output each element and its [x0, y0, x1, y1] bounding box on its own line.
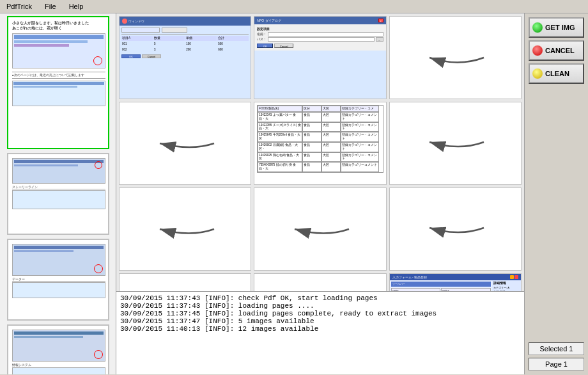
get-img-button[interactable]: GET IMG	[529, 17, 584, 38]
grid-cell-11[interactable]	[254, 273, 386, 291]
grid-cell-6[interactable]	[389, 102, 522, 185]
panel-spacer	[529, 86, 584, 340]
log-line-1: 30/09/2015 11:37:43 [INFO]: check Pdf OK…	[120, 294, 520, 302]
image-grid-container[interactable]: ウィンドウ 項目A 数量 単価	[116, 13, 524, 291]
thumbnail-sidebar: 小さな人が話をします。私は昨日いきました あこがれの地には、花が咲く ●次のペー…	[0, 13, 116, 374]
grid-cell-1[interactable]: ウィンドウ 項目A 数量 単価	[119, 16, 251, 99]
grid-cell-4[interactable]	[119, 102, 251, 185]
cancel-icon	[532, 45, 543, 56]
grid-cell-10[interactable]	[119, 273, 251, 291]
grid-cell-5[interactable]: FOOD(製品名) 区分 大区 登録カテゴリー・コメ 13422343 よつ葉バ…	[254, 102, 386, 185]
page-status: Page 1	[529, 358, 584, 371]
clean-button[interactable]: CLEAN	[529, 63, 584, 84]
menu-file[interactable]: File	[41, 1, 60, 12]
main-container: 小さな人が話をします。私は昨日いきました あこがれの地には、花が咲く ●次のペー…	[0, 13, 588, 374]
selected-status: Selected 1	[529, 342, 584, 355]
grid-cell-2[interactable]: NPO ダイアログ × 設定項目 名前： パス：	[254, 16, 386, 99]
content-area: ウィンドウ 項目A 数量 単価	[116, 13, 524, 374]
log-line-4: 30/09/2015 11:37:47 [INFO]: 5 images ava…	[120, 317, 520, 325]
right-panel: GET IMG CANCEL CLEAN Selected 1 Page 1	[524, 13, 588, 374]
log-line-2: 30/09/2015 11:37:43 [INFO]: loading page…	[120, 302, 520, 310]
cancel-label: CANCEL	[545, 47, 575, 54]
menu-bar: PdfTrick File Help	[0, 0, 588, 13]
grid-cell-8[interactable]	[254, 188, 386, 271]
thumbnail-4[interactable]: 情報システム	[7, 324, 109, 374]
menu-help[interactable]: Help	[65, 1, 88, 12]
image-grid: ウィンドウ 項目A 数量 単価	[119, 16, 522, 291]
thumbnail-1[interactable]: 小さな人が話をします。私は昨日いきました あこがれの地には、花が咲く ●次のペー…	[7, 16, 109, 149]
get-img-label: GET IMG	[545, 24, 575, 31]
clean-label: CLEAN	[545, 70, 569, 77]
thumbnail-2[interactable]: ストーリーライン	[7, 153, 109, 235]
grid-cell-7[interactable]	[119, 188, 251, 271]
clean-icon	[532, 68, 543, 79]
get-img-icon	[532, 22, 543, 33]
cancel-button[interactable]: CANCEL	[529, 40, 584, 61]
grid-cell-12[interactable]: 入力フォーム - 製品登録 ツールバー 項目1 項目	[389, 273, 522, 291]
log-line-5: 30/09/2015 11:40:13 [INFO]: 12 images av…	[120, 325, 520, 333]
log-line-3: 30/09/2015 11:37:45 [INFO]: loading page…	[120, 310, 520, 317]
thumbnail-3[interactable]: データー	[7, 239, 109, 321]
log-area: 30/09/2015 11:37:43 [INFO]: check Pdf OK…	[116, 291, 524, 374]
grid-cell-9[interactable]	[389, 188, 522, 271]
grid-cell-3[interactable]	[389, 16, 522, 99]
menu-pdftrick[interactable]: PdfTrick	[3, 1, 36, 12]
